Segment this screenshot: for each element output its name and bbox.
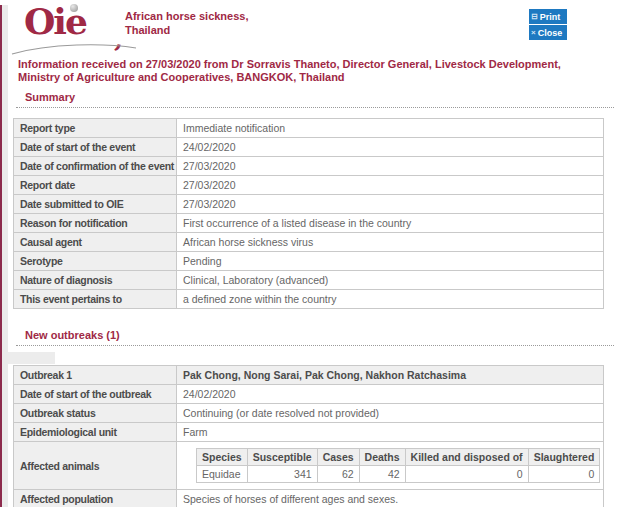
table-row: Nature of diagnosis Clinical, Laboratory… <box>14 271 604 290</box>
row-value: Immediate notification <box>177 119 604 138</box>
killed-cell: 0 <box>405 466 528 483</box>
summary-heading: Summary <box>25 91 620 103</box>
header-buttons: ⊟ Print × Close <box>529 9 569 41</box>
row-value: First occurrence of a listed disease in … <box>177 214 604 233</box>
print-button[interactable]: ⊟ Print <box>529 9 567 24</box>
affected-population-row: Affected population Species of horses of… <box>14 490 604 507</box>
column-header: Deaths <box>359 449 405 466</box>
table-row: Report type Immediate notification <box>14 119 604 138</box>
table-row: Date of confirmation of the event 27/03/… <box>14 157 604 176</box>
summary-divider <box>16 107 614 108</box>
outbreak-location: Pak Chong, Nong Sarai, Pak Chong, Nakhon… <box>177 366 604 385</box>
table-row: Epidemiological unit Farm <box>14 423 604 442</box>
row-label: Causal agent <box>14 233 177 252</box>
row-label: Date of start of the outbreak <box>14 385 177 404</box>
row-value: 27/03/2020 <box>177 157 604 176</box>
row-value: Clinical, Laboratory (advanced) <box>177 271 604 290</box>
row-label: Report type <box>14 119 177 138</box>
close-button[interactable]: × Close <box>529 25 567 40</box>
species-cell: Equidae <box>197 466 248 483</box>
animals-data-row: Equidae 341 62 42 0 0 <box>197 466 600 483</box>
row-label: Date submitted to OIE <box>14 195 177 214</box>
close-button-label: Close <box>538 28 563 38</box>
row-value: 24/02/2020 <box>177 138 604 157</box>
page-left-border <box>0 5 8 507</box>
row-value: Continuing (or date resolved not provide… <box>177 404 604 423</box>
table-row: Date submitted to OIE 27/03/2020 <box>14 195 604 214</box>
row-value: 27/03/2020 <box>177 195 604 214</box>
cases-cell: 62 <box>317 466 359 483</box>
column-header: Susceptible <box>247 449 317 466</box>
row-label: Epidemiological unit <box>14 423 177 442</box>
table-row: Causal agent African horse sickness viru… <box>14 233 604 252</box>
table-row: Reason for notification First occurrence… <box>14 214 604 233</box>
info-received-text: Information received on 27/03/2020 from … <box>18 58 590 84</box>
new-outbreaks-divider <box>16 345 614 346</box>
row-label: Date of start of the event <box>14 138 177 157</box>
susceptible-cell: 341 <box>247 466 317 483</box>
outbreak-table: Outbreak 1 Pak Chong, Nong Sarai, Pak Ch… <box>13 365 604 507</box>
row-label: This event pertains to <box>14 290 177 309</box>
row-value: 24/02/2020 <box>177 385 604 404</box>
summary-table: Report type Immediate notification Date … <box>13 118 604 309</box>
print-button-label: Print <box>540 12 561 22</box>
animals-header-row: Species Susceptible Cases Deaths Killed … <box>197 449 600 466</box>
row-label: Report date <box>14 176 177 195</box>
oie-logo: Oie , <box>24 1 132 53</box>
table-row: Date of start of the event 24/02/2020 <box>14 138 604 157</box>
slaughtered-cell: 0 <box>528 466 600 483</box>
column-header: Killed and disposed of <box>405 449 528 466</box>
country-title: Thailand <box>125 23 249 37</box>
row-value: a defined zone within the country <box>177 290 604 309</box>
globe-icon <box>70 4 78 12</box>
disease-title: African horse sickness, <box>125 9 249 23</box>
table-row: Report date 27/03/2020 <box>14 176 604 195</box>
report-page: Oie , African horse sickness, Thailand ⊟… <box>8 0 620 507</box>
new-outbreaks-heading: New outbreaks (1) <box>25 329 620 341</box>
row-label: Nature of diagnosis <box>14 271 177 290</box>
affected-animals-table: Species Susceptible Cases Deaths Killed … <box>196 448 600 483</box>
table-row: Outbreak status Continuing (or date reso… <box>14 404 604 423</box>
print-icon: ⊟ <box>531 13 538 21</box>
affected-animals-cell: Species Susceptible Cases Deaths Killed … <box>177 442 604 490</box>
row-label: Date of confirmation of the event <box>14 157 177 176</box>
table-row: Serotype Pending <box>14 252 604 271</box>
column-header: Slaughtered <box>528 449 600 466</box>
row-label: Affected population <box>14 490 177 507</box>
table-row: This event pertains to a defined zone wi… <box>14 290 604 309</box>
row-value: 27/03/2020 <box>177 176 604 195</box>
deaths-cell: 42 <box>359 466 405 483</box>
row-value: Species of horses of different ages and … <box>177 490 604 507</box>
column-header: Species <box>197 449 248 466</box>
row-value: Pending <box>177 252 604 271</box>
header: Oie , African horse sickness, Thailand ⊟… <box>8 0 620 55</box>
row-value: Farm <box>177 423 604 442</box>
row-label: Serotype <box>14 252 177 271</box>
outbreak-label: Outbreak 1 <box>14 366 177 385</box>
page-title: African horse sickness, Thailand <box>125 9 249 37</box>
row-label: Affected animals <box>14 442 177 490</box>
row-value: African horse sickness virus <box>177 233 604 252</box>
row-label: Reason for notification <box>14 214 177 233</box>
row-label: Outbreak status <box>14 404 177 423</box>
outbreak-header-row: Outbreak 1 Pak Chong, Nong Sarai, Pak Ch… <box>14 366 604 385</box>
close-icon: × <box>531 29 536 37</box>
table-row: Date of start of the outbreak 24/02/2020 <box>14 385 604 404</box>
logo-swoosh <box>10 41 140 55</box>
affected-animals-row: Affected animals Species Susceptible Cas… <box>14 442 604 490</box>
spacer-box <box>8 352 55 364</box>
column-header: Cases <box>317 449 359 466</box>
